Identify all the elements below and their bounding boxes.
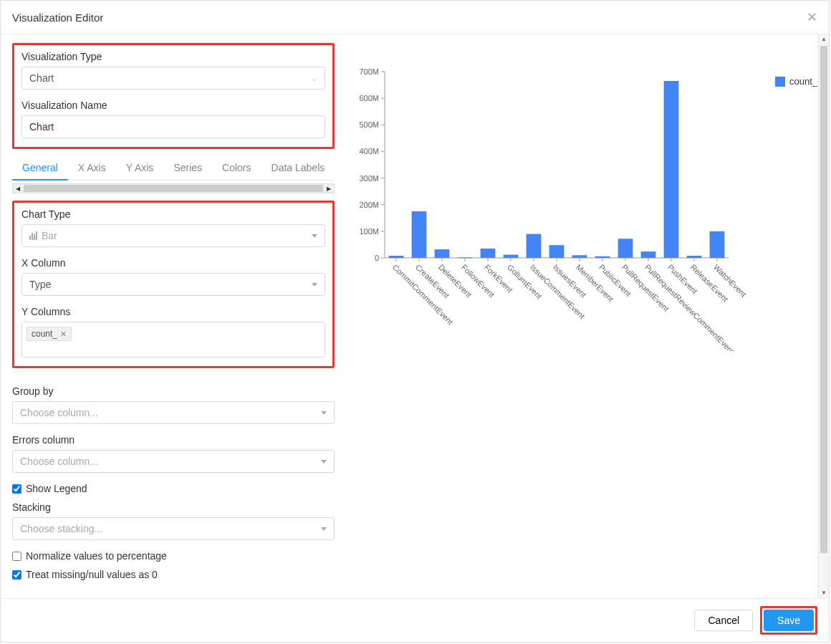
chart-svg: 0100M200M300M400M500M600M700MCommitComme… xyxy=(349,64,769,351)
svg-rect-54 xyxy=(664,81,679,258)
normalize-label: Normalize values to percentage xyxy=(26,550,167,562)
legend-label: count_ xyxy=(789,76,817,87)
stacking-field: Stacking Choose stacking... xyxy=(12,501,335,540)
viz-type-select[interactable]: Chart ⌄ xyxy=(21,67,325,90)
y-column-tag-label: count_ xyxy=(32,329,57,339)
svg-rect-48 xyxy=(618,239,633,258)
tab-y-axis[interactable]: Y Axis xyxy=(116,156,164,180)
svg-rect-18 xyxy=(389,256,404,258)
modal-body: Visualization Type Chart ⌄ Visualization… xyxy=(1,34,829,598)
show-legend-row: Show Legend xyxy=(12,483,335,494)
svg-rect-60 xyxy=(710,231,725,258)
errors-column-select[interactable]: Choose column... xyxy=(12,450,335,473)
svg-rect-21 xyxy=(412,211,427,258)
chart-legend: count_ xyxy=(769,64,817,87)
chart-type-field: Chart Type Bar xyxy=(21,208,325,247)
chevron-down-icon xyxy=(312,283,317,287)
y-columns-input[interactable]: count_ ✕ xyxy=(21,322,325,357)
scroll-up-icon[interactable]: ▲ xyxy=(819,34,829,44)
errors-column-placeholder: Choose column... xyxy=(20,456,98,467)
group-by-select[interactable]: Choose column... xyxy=(12,401,335,424)
chart-type-label: Chart Type xyxy=(21,208,325,220)
tab-colors[interactable]: Colors xyxy=(212,156,261,180)
x-column-value: Type xyxy=(29,279,51,290)
modal-header: Visualization Editor ✕ xyxy=(1,1,829,34)
svg-rect-30 xyxy=(481,249,496,258)
legend-swatch xyxy=(775,77,785,87)
normalize-checkbox[interactable] xyxy=(12,552,21,561)
visualization-editor-modal: Visualization Editor ✕ Visualization Typ… xyxy=(0,0,830,643)
tab-data-labels[interactable]: Data Labels xyxy=(261,156,335,180)
tab-x-axis[interactable]: X Axis xyxy=(68,156,116,180)
show-legend-checkbox[interactable] xyxy=(12,484,21,494)
viz-type-field: Visualization Type Chart ⌄ xyxy=(21,51,325,90)
treat-missing-checkbox[interactable] xyxy=(12,570,21,580)
svg-text:700M: 700M xyxy=(359,67,379,76)
scroll-area: Visualization Type Chart ⌄ Visualization… xyxy=(1,34,829,598)
tab-general[interactable]: General xyxy=(12,156,68,181)
viz-name-value: Chart xyxy=(29,121,54,133)
chart-type-value: Bar xyxy=(42,230,57,241)
viz-name-label: Visualization Name xyxy=(21,100,325,111)
svg-rect-33 xyxy=(504,255,519,258)
bar-chart-icon xyxy=(29,231,37,240)
treat-missing-label: Treat missing/null values as 0 xyxy=(26,569,158,580)
svg-text:0: 0 xyxy=(375,254,379,262)
svg-rect-57 xyxy=(687,256,702,258)
save-button[interactable]: Save xyxy=(764,610,814,631)
svg-rect-45 xyxy=(595,256,610,258)
viz-type-value: Chart xyxy=(29,72,54,84)
group-by-placeholder: Choose column... xyxy=(20,407,98,418)
show-legend-label: Show Legend xyxy=(26,483,87,494)
svg-text:300M: 300M xyxy=(359,174,379,183)
chevron-down-icon xyxy=(321,411,327,415)
svg-rect-24 xyxy=(435,249,450,258)
chart-wrap: 0100M200M300M400M500M600M700MCommitComme… xyxy=(349,64,817,351)
chevron-down-icon xyxy=(321,460,327,463)
tabs-scrollbar[interactable]: ◀ ▶ xyxy=(12,183,335,193)
x-column-label: X Column xyxy=(21,257,325,269)
x-column-field: X Column Type xyxy=(21,257,325,296)
svg-text:500M: 500M xyxy=(359,120,379,129)
errors-column-label: Errors column xyxy=(12,434,335,446)
svg-text:400M: 400M xyxy=(359,147,379,155)
scroll-left-icon[interactable]: ◀ xyxy=(13,184,23,193)
scrollbar-thumb[interactable] xyxy=(820,46,827,553)
stacking-placeholder: Choose stacking... xyxy=(20,523,102,534)
viz-name-field: Visualization Name Chart xyxy=(21,100,325,138)
chevron-down-icon xyxy=(312,234,317,238)
modal-footer: Cancel Save xyxy=(1,598,829,642)
group-by-label: Group by xyxy=(12,385,335,397)
x-column-select[interactable]: Type xyxy=(21,273,325,296)
cancel-button[interactable]: Cancel xyxy=(694,610,753,631)
group-by-field: Group by Choose column... xyxy=(12,385,335,424)
errors-column-field: Errors column Choose column... xyxy=(12,434,335,473)
y-column-tag: count_ ✕ xyxy=(27,327,72,341)
y-columns-field: Y Columns count_ ✕ xyxy=(21,306,325,357)
scroll-thumb[interactable] xyxy=(24,185,323,192)
chevron-down-icon xyxy=(321,527,327,531)
scroll-right-icon[interactable]: ▶ xyxy=(324,184,334,193)
stacking-select[interactable]: Choose stacking... xyxy=(12,517,335,540)
scroll-down-icon[interactable]: ▼ xyxy=(819,588,829,598)
viz-type-label: Visualization Type xyxy=(21,51,325,62)
viz-name-input[interactable]: Chart xyxy=(21,115,325,138)
svg-rect-51 xyxy=(641,251,656,258)
normalize-row: Normalize values to percentage xyxy=(12,550,335,562)
vertical-scrollbar[interactable]: ▲ ▼ xyxy=(818,34,829,598)
tag-remove-icon[interactable]: ✕ xyxy=(60,330,67,339)
svg-rect-36 xyxy=(527,234,542,258)
close-icon[interactable]: ✕ xyxy=(807,9,817,25)
chart-config-highlight: Chart Type Bar X Column xyxy=(12,201,335,368)
treat-missing-row: Treat missing/null values as 0 xyxy=(12,569,335,580)
chart-type-select[interactable]: Bar xyxy=(21,224,325,247)
save-highlight: Save xyxy=(760,606,817,635)
chart-preview-pane: 0100M200M300M400M500M600M700MCommitComme… xyxy=(349,43,817,584)
svg-text:100M: 100M xyxy=(359,227,379,236)
stacking-label: Stacking xyxy=(12,501,335,513)
y-columns-label: Y Columns xyxy=(21,306,325,317)
tabs: General X Axis Y Axis Series Colors Data… xyxy=(12,156,335,181)
left-pane: Visualization Type Chart ⌄ Visualization… xyxy=(12,43,335,584)
chevron-down-icon: ⌄ xyxy=(311,74,317,83)
tab-series[interactable]: Series xyxy=(163,156,212,180)
